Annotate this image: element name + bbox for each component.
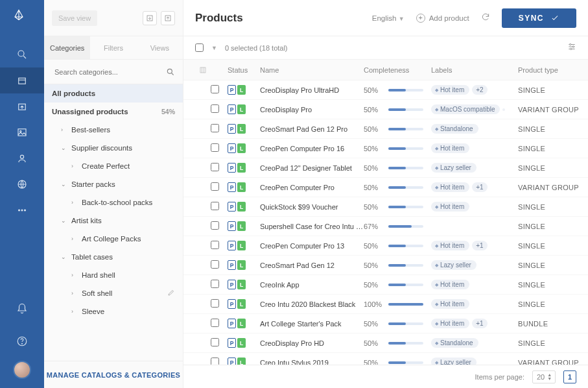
row-checkbox[interactable] bbox=[211, 338, 219, 346]
label-tag[interactable]: Hot item bbox=[431, 182, 469, 192]
per-page-stepper[interactable]: 20▲▼ bbox=[532, 370, 556, 383]
table-row[interactable]: PLCreoPen Computer Pro 1350%Hot item+1SI… bbox=[183, 236, 588, 256]
tree-node[interactable]: ›Art College Packs bbox=[44, 230, 183, 248]
edit-icon[interactable] bbox=[167, 289, 175, 298]
row-checkbox[interactable] bbox=[211, 319, 219, 327]
table-row[interactable]: PLCreo Intu 2020 Blackest Black100%Hot i… bbox=[183, 295, 588, 314]
tree-node[interactable]: ⌄Starter packs bbox=[44, 175, 183, 193]
manage-catalogs-link[interactable]: MANAGE CATALOGS & CATEGORIES bbox=[47, 371, 180, 379]
label-more[interactable]: +1 bbox=[472, 319, 487, 328]
row-checkbox[interactable] bbox=[211, 280, 219, 288]
row-checkbox[interactable] bbox=[211, 104, 219, 113]
box-icon[interactable] bbox=[0, 67, 44, 93]
tree-node[interactable]: ›Hard shell bbox=[44, 266, 183, 284]
table-row[interactable]: PLCreoPen Computer Pro 1650%Hot itemSING… bbox=[183, 139, 588, 158]
table-row[interactable]: PLArt College Starter's Pack50%Hot item+… bbox=[183, 314, 588, 333]
select-all-dropdown[interactable]: ▼ bbox=[211, 45, 217, 51]
table-row[interactable]: PLCreoPen Computer Pro50%Hot item+1VARIA… bbox=[183, 178, 588, 197]
user-avatar[interactable] bbox=[13, 361, 31, 379]
add-product-button[interactable]: +Add product bbox=[416, 14, 469, 23]
tree-node[interactable]: All products bbox=[44, 84, 183, 103]
row-checkbox[interactable] bbox=[211, 163, 219, 171]
category-search[interactable] bbox=[44, 60, 183, 84]
table-settings-button[interactable] bbox=[567, 42, 576, 53]
label-more[interactable]: +1 bbox=[472, 182, 487, 192]
globe-icon[interactable] bbox=[0, 171, 44, 197]
table-row[interactable]: PLCreoDisplay Pro UltraHD50%Hot item+2SI… bbox=[183, 80, 588, 100]
tree-node[interactable]: ›Soft shell bbox=[44, 284, 183, 302]
row-checkbox[interactable] bbox=[211, 221, 219, 230]
tree-node[interactable]: ⌄Artist kits bbox=[44, 212, 183, 230]
col-type[interactable]: Product type bbox=[518, 66, 583, 74]
label-more[interactable]: +1 bbox=[472, 241, 487, 250]
refresh-button[interactable] bbox=[481, 12, 490, 23]
label-tag[interactable]: Hot item bbox=[431, 280, 469, 289]
select-all-checkbox[interactable] bbox=[195, 43, 204, 52]
table-row[interactable]: PLCreoSmart Pad Gen 1250%Lazy sellerSING… bbox=[183, 256, 588, 275]
label-tag[interactable]: Hot item bbox=[431, 202, 469, 212]
tree-node[interactable]: ›Sleeve bbox=[44, 302, 183, 321]
row-checkbox[interactable] bbox=[211, 299, 219, 308]
row-checkbox[interactable] bbox=[211, 202, 219, 210]
image-icon[interactable] bbox=[0, 119, 44, 145]
row-checkbox[interactable] bbox=[211, 260, 219, 269]
sidebar-tab-categories[interactable]: Categories bbox=[44, 36, 90, 59]
per-page-label: Items per page: bbox=[475, 373, 524, 381]
col-name[interactable]: Name bbox=[260, 66, 364, 74]
help-icon[interactable] bbox=[0, 328, 44, 354]
export-button[interactable] bbox=[161, 11, 175, 25]
sync-button[interactable]: SYNC bbox=[502, 8, 576, 28]
label-tag[interactable]: Standalone bbox=[431, 338, 478, 348]
page-number[interactable]: 1 bbox=[563, 370, 576, 383]
label-tag[interactable]: Hot item bbox=[431, 319, 469, 328]
tree-node[interactable]: ›Create Perfect bbox=[44, 157, 183, 175]
upload-icon[interactable] bbox=[0, 93, 44, 119]
svg-point-16 bbox=[572, 46, 574, 47]
label-tag[interactable]: Lazy seller bbox=[431, 358, 476, 365]
row-checkbox[interactable] bbox=[211, 143, 219, 152]
tree-node[interactable]: Unassigned products54% bbox=[44, 103, 183, 121]
table-row[interactable]: PLQuickStock $99 Voucher50%Hot itemSINGL… bbox=[183, 197, 588, 217]
col-status[interactable]: Status bbox=[228, 66, 260, 74]
row-checkbox[interactable] bbox=[211, 358, 219, 365]
tree-node[interactable]: ›Back-to-school packs bbox=[44, 193, 183, 212]
table-row[interactable]: PLCreoInk App50%Hot itemSINGLE bbox=[183, 275, 588, 295]
language-selector[interactable]: English ▼ bbox=[372, 14, 405, 22]
table-row[interactable]: PLCreoDisplay Pro HD50%StandaloneSINGLE bbox=[183, 333, 588, 353]
label-tag[interactable]: Hot item bbox=[431, 143, 469, 153]
label-more[interactable] bbox=[502, 108, 505, 111]
row-checkbox[interactable] bbox=[211, 85, 219, 93]
label-tag[interactable]: Lazy seller bbox=[431, 260, 476, 270]
chevron-icon: ⌄ bbox=[61, 181, 67, 188]
completeness: 67% bbox=[364, 223, 431, 230]
tree-node[interactable]: ›Best-sellers bbox=[44, 121, 183, 139]
label-tag[interactable]: Lazy seller bbox=[431, 163, 476, 173]
row-checkbox[interactable] bbox=[211, 241, 219, 249]
sidebar-tab-filters[interactable]: Filters bbox=[90, 36, 136, 59]
col-completeness[interactable]: Completeness bbox=[364, 66, 431, 74]
tree-node[interactable]: ⌄Tablet cases bbox=[44, 248, 183, 266]
label-tag[interactable]: Hot item bbox=[431, 85, 469, 95]
table-row[interactable]: PLCreoPad 12" Designer Tablet50%Lazy sel… bbox=[183, 158, 588, 178]
search-icon[interactable] bbox=[0, 42, 44, 67]
sidebar-tab-views[interactable]: Views bbox=[137, 36, 183, 59]
more-icon[interactable] bbox=[0, 197, 44, 223]
table-row[interactable]: PLCreoDisplay Pro50%MacOS compatibleVARI… bbox=[183, 100, 588, 119]
label-tag[interactable]: Standalone bbox=[431, 124, 478, 134]
label-tag[interactable]: MacOS compatible bbox=[431, 104, 500, 114]
user-icon[interactable] bbox=[0, 145, 44, 171]
notifications-icon[interactable] bbox=[0, 296, 44, 322]
columns-button[interactable] bbox=[195, 66, 211, 74]
table-row[interactable]: PLCreoSmart Pad Gen 12 Pro50%StandaloneS… bbox=[183, 119, 588, 139]
tree-node[interactable]: ⌄Supplier discounts bbox=[44, 139, 183, 157]
label-more[interactable]: +2 bbox=[472, 85, 487, 95]
col-labels[interactable]: Labels bbox=[431, 66, 518, 74]
category-search-input[interactable] bbox=[52, 66, 166, 79]
row-checkbox[interactable] bbox=[211, 124, 219, 132]
import-button[interactable] bbox=[143, 11, 157, 25]
label-tag[interactable]: Hot item bbox=[431, 299, 469, 309]
label-tag[interactable]: Hot item bbox=[431, 241, 469, 250]
table-row[interactable]: PLCreo Intu Stylus 201950%Lazy sellerVAR… bbox=[183, 353, 588, 365]
table-row[interactable]: PLSupershell Case for Creo Intu 20:67%SI… bbox=[183, 217, 588, 236]
row-checkbox[interactable] bbox=[211, 182, 219, 191]
